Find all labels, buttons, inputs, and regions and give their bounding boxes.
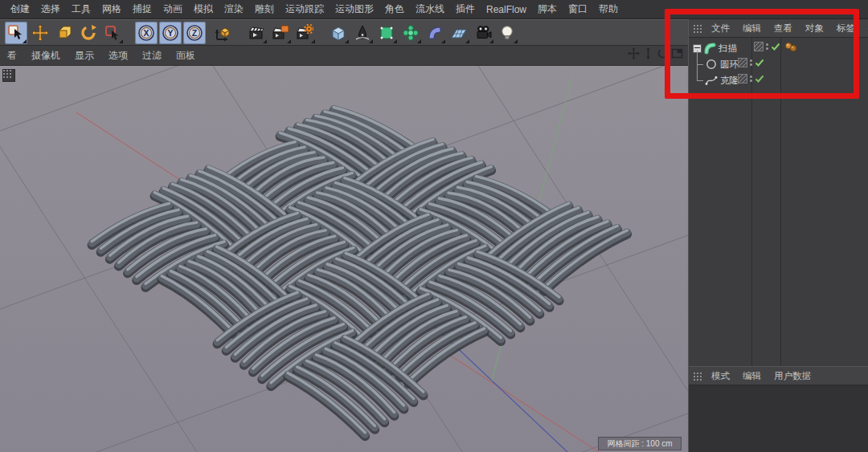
svg-text:Y: Y (167, 28, 173, 38)
viewport-menu-filter[interactable]: 过滤 (135, 49, 169, 63)
coordinate-system-button[interactable] (211, 22, 234, 44)
array-generator-icon (402, 24, 420, 42)
clapperboard-settings-icon (272, 24, 289, 42)
menu-item-sculpt[interactable]: 雕刻 (249, 2, 280, 16)
floor-grid-icon (450, 24, 468, 42)
menu-item-script[interactable]: 脚本 (532, 2, 563, 16)
annotation-highlight-rectangle (665, 9, 859, 99)
attribute-manager: 模式 编辑 用户数据 (689, 366, 868, 452)
clapperboard-gear-icon (296, 24, 313, 42)
live-selection-icon (7, 24, 25, 42)
array-generator-button[interactable] (399, 22, 422, 44)
viewport-menu-display[interactable]: 显示 (68, 49, 101, 63)
floor-button[interactable] (448, 22, 470, 44)
render-settings-button[interactable] (269, 22, 292, 44)
y-axis-icon: Y (162, 24, 179, 42)
menu-item-help[interactable]: 帮助 (593, 2, 624, 16)
menu-item-create[interactable]: 创建 (5, 2, 35, 16)
spline-pen-button[interactable] (351, 22, 374, 44)
rotate-tool-button[interactable] (77, 22, 100, 44)
pen-icon (354, 24, 371, 42)
menu-item-tools[interactable]: 工具 (66, 2, 96, 16)
subdivision-surface-button[interactable] (375, 22, 398, 44)
attribute-manager-body (689, 385, 868, 452)
rotate-icon (80, 24, 97, 42)
lock-y-axis-button[interactable]: Y (159, 22, 182, 44)
panel-grip-icon[interactable] (694, 371, 703, 381)
subdivision-surface-icon (378, 24, 395, 42)
menu-item-pipeline[interactable]: 流水线 (410, 2, 450, 16)
menu-item-character[interactable]: 角色 (379, 2, 410, 16)
menu-item-snap[interactable]: 捕捉 (127, 2, 158, 16)
am-menu-mode[interactable]: 模式 (705, 370, 736, 382)
primitive-cube-button[interactable] (327, 22, 350, 44)
menu-item-window[interactable]: 窗口 (563, 2, 593, 16)
cinema4d-window: 创建 选择 工具 网格 捕捉 动画 模拟 渲染 雕刻 运动跟踪 运动图形 角色 … (0, 0, 868, 452)
live-selection-tool-button[interactable] (5, 22, 27, 44)
pan-icon[interactable] (628, 47, 640, 59)
light-bulb-icon (498, 24, 516, 42)
coordinate-system-icon (214, 24, 231, 42)
viewport-menu-bar: 看 摄像机 显示 选项 过滤 面板 (0, 46, 688, 66)
clapperboard-icon (248, 24, 265, 42)
menu-item-plugins[interactable]: 插件 (450, 2, 481, 16)
viewport[interactable]: 网格间距 : 100 cm (0, 66, 688, 452)
move-tool-button[interactable] (29, 22, 51, 44)
x-axis-icon: X (137, 24, 155, 42)
camera-icon (474, 24, 492, 42)
viewport-menu-view[interactable]: 看 (0, 49, 24, 63)
am-menu-user-data[interactable]: 用户数据 (768, 370, 817, 382)
viewport-scene (0, 66, 688, 452)
svg-text:Z: Z (192, 28, 198, 38)
move-icon (31, 24, 49, 42)
om-menu-bookmarks[interactable]: 书签 (862, 22, 868, 35)
menu-item-realflow[interactable]: RealFlow (481, 4, 532, 15)
am-menu-edit[interactable]: 编辑 (736, 370, 768, 382)
menu-item-simulate[interactable]: 模拟 (188, 2, 219, 16)
viewport-grip-icon[interactable] (2, 69, 15, 82)
deformer-button[interactable] (424, 22, 446, 44)
menu-item-motion-tracker[interactable]: 运动跟踪 (280, 2, 330, 16)
camera-button[interactable] (472, 22, 494, 44)
selection-rect-icon (104, 24, 121, 42)
render-view-button[interactable] (245, 22, 268, 44)
menu-item-render[interactable]: 渲染 (219, 2, 249, 16)
menu-item-mograph[interactable]: 运动图形 (330, 2, 379, 16)
light-button[interactable] (496, 22, 518, 44)
lock-z-axis-button[interactable]: Z (183, 22, 206, 44)
menu-item-mesh[interactable]: 网格 (96, 2, 127, 16)
menu-item-animate[interactable]: 动画 (158, 2, 188, 16)
attribute-manager-menu-bar: 模式 编辑 用户数据 (689, 367, 868, 385)
scale-icon (55, 24, 73, 42)
svg-text:X: X (143, 28, 149, 38)
cube-icon (330, 24, 347, 42)
z-axis-icon: Z (186, 24, 203, 42)
viewport-menu-panel[interactable]: 面板 (169, 49, 203, 63)
lock-x-axis-button[interactable]: X (135, 22, 158, 44)
grid-spacing-status: 网格间距 : 100 cm (598, 437, 682, 450)
last-used-tool-button[interactable] (101, 22, 124, 44)
menu-item-select[interactable]: 选择 (35, 2, 66, 16)
edit-render-settings-button[interactable] (293, 22, 316, 44)
bend-deformer-icon (426, 24, 444, 42)
viewport-menu-options[interactable]: 选项 (101, 49, 135, 63)
scale-tool-button[interactable] (53, 22, 76, 44)
zoom-icon[interactable] (642, 47, 654, 59)
viewport-menu-cameras[interactable]: 摄像机 (24, 49, 68, 63)
